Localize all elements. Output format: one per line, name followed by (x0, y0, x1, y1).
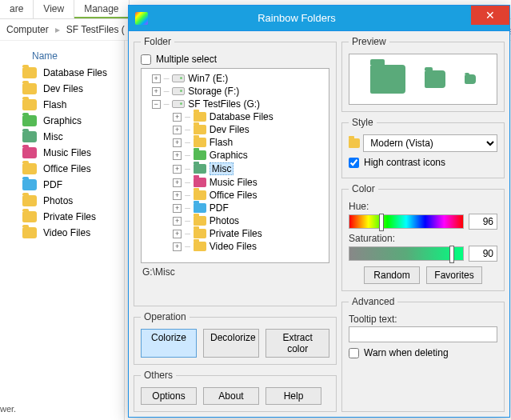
tree-item[interactable]: +─Office Files (143, 189, 327, 202)
expand-icon[interactable]: + (173, 178, 182, 187)
drive-icon (172, 100, 185, 108)
saturation-slider[interactable] (349, 246, 464, 261)
tree-drive-g[interactable]: SF TestFiles (G:) (188, 98, 260, 110)
expand-icon[interactable]: + (173, 217, 182, 226)
expand-icon[interactable]: + (173, 138, 182, 147)
titlebar[interactable]: Rainbow Folders (129, 6, 509, 31)
expand-icon[interactable]: + (173, 191, 182, 200)
list-item[interactable]: PDF (8, 177, 124, 193)
folder-label: Photos (43, 195, 73, 206)
app-icon (135, 12, 148, 25)
tree-item-label: Office Files (210, 190, 257, 201)
advanced-legend: Advanced (349, 296, 397, 307)
help-button[interactable]: Help (265, 387, 321, 405)
about-button[interactable]: About (203, 387, 259, 405)
saturation-thumb[interactable] (449, 246, 454, 263)
tooltip-label: Tooltip text: (349, 314, 497, 325)
high-contrast-label: High contrast icons (364, 157, 445, 168)
expand-icon[interactable]: + (152, 74, 161, 83)
others-group: Others Options About Help (134, 370, 337, 412)
column-header-name[interactable]: Name (8, 47, 124, 65)
extract-color-button[interactable]: Extract color (265, 329, 329, 358)
hue-label: Hue: (349, 201, 497, 212)
folder-icon (22, 67, 37, 78)
folder-icon (22, 115, 37, 126)
list-item[interactable]: Dev Files (8, 81, 124, 97)
expand-icon[interactable]: + (152, 87, 161, 96)
tree-item[interactable]: +─Database Files (143, 110, 327, 123)
list-item[interactable]: Flash (8, 97, 124, 113)
options-button[interactable]: Options (141, 387, 197, 405)
tree-item-label: Graphics (210, 150, 248, 161)
list-item[interactable]: Photos (8, 193, 124, 209)
tab-share[interactable]: are (0, 0, 34, 18)
tree-item[interactable]: +─PDF (143, 202, 327, 214)
tree-item[interactable]: +─Flash (143, 136, 327, 149)
saturation-input[interactable] (469, 246, 497, 262)
close-button[interactable] (471, 6, 509, 25)
expand-icon[interactable]: + (173, 126, 182, 134)
tab-manage[interactable]: Manage (74, 0, 129, 18)
list-item[interactable]: Music Files (8, 145, 124, 161)
tree-item[interactable]: +─Dev Files (143, 123, 327, 136)
hue-input[interactable] (469, 214, 497, 230)
folder-label: Graphics (43, 115, 82, 126)
hue-slider[interactable] (349, 214, 464, 229)
folder-icon (22, 195, 37, 206)
divider (124, 40, 125, 420)
warn-input[interactable] (349, 348, 359, 358)
random-button[interactable]: Random (364, 266, 420, 284)
tree-drive-e[interactable]: Win7 (E:) (188, 73, 228, 84)
tree-item[interactable]: +─Video Files (143, 240, 327, 253)
tree-item-label: Misc (210, 162, 234, 175)
folder-icon (22, 227, 37, 238)
preview-legend: Preview (349, 36, 389, 47)
collapse-icon[interactable]: − (152, 100, 161, 109)
expand-icon[interactable]: + (173, 165, 182, 174)
tree-item-label: Photos (210, 215, 239, 226)
decolorize-button[interactable]: Decolorize (203, 329, 259, 358)
expand-icon[interactable]: + (173, 230, 182, 238)
folder-icon (22, 99, 37, 110)
list-item[interactable]: Misc (8, 129, 124, 145)
folder-icon (194, 112, 206, 122)
tree-item[interactable]: +─Graphics (143, 149, 327, 162)
multiple-select-input[interactable] (141, 54, 151, 65)
expand-icon[interactable]: + (173, 204, 182, 213)
multiple-select-checkbox[interactable]: Multiple select (141, 54, 329, 65)
operation-group: Operation Colorize Decolorize Extract co… (134, 311, 337, 365)
tree-drive-f[interactable]: Storage (F:) (188, 86, 239, 97)
colorize-button[interactable]: Colorize (141, 329, 197, 358)
folder-tree[interactable]: +─Win7 (E:) +─Storage (F:) −─SF TestFile… (141, 68, 329, 263)
tree-item[interactable]: +─Photos (143, 214, 327, 227)
list-item[interactable]: Video Files (8, 225, 124, 241)
style-select[interactable]: Modern (Vista) (363, 134, 497, 152)
preview-folder-small-icon (465, 74, 476, 84)
expand-icon[interactable]: + (173, 113, 182, 122)
high-contrast-checkbox[interactable]: High contrast icons (349, 157, 497, 168)
expand-icon[interactable]: + (173, 151, 182, 160)
folder-icon (22, 131, 37, 142)
tooltip-input[interactable] (349, 326, 497, 342)
hue-thumb[interactable] (379, 214, 384, 231)
tree-item[interactable]: +─Music Files (143, 176, 327, 189)
folder-icon (22, 179, 37, 190)
folder-label: Misc (43, 131, 63, 142)
expand-icon[interactable]: + (173, 242, 182, 251)
crumb-computer[interactable]: Computer (6, 24, 49, 35)
list-item[interactable]: Office Files (8, 161, 124, 177)
folder-icon (194, 178, 206, 187)
tab-view[interactable]: View (34, 0, 74, 18)
crumb-drive[interactable]: SF TestFiles ( (66, 24, 125, 35)
list-item[interactable]: Private Files (8, 209, 124, 225)
color-legend: Color (349, 183, 378, 194)
tree-item[interactable]: +─Misc (143, 162, 327, 176)
tree-item[interactable]: +─Private Files (143, 227, 327, 240)
folder-label: Database Files (43, 67, 107, 78)
favorites-button[interactable]: Favorites (426, 266, 482, 284)
folder-icon (349, 138, 360, 148)
list-item[interactable]: Graphics (8, 113, 124, 129)
list-item[interactable]: Database Files (8, 65, 124, 81)
warn-checkbox[interactable]: Warn when deleting (349, 347, 497, 358)
high-contrast-input[interactable] (349, 158, 359, 168)
